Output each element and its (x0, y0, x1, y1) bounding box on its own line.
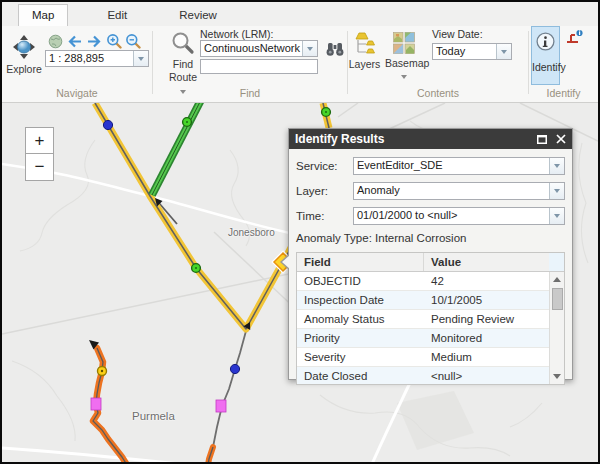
explore-icon (9, 50, 39, 62)
scrollbar-thumb[interactable] (552, 288, 563, 310)
panel-header[interactable]: Identify Results (289, 129, 572, 149)
group-navigate: Explore (2, 26, 152, 102)
place-label-jonesboro: Jonesboro (228, 227, 275, 238)
table-row[interactable]: Date Closed<null> (297, 367, 549, 384)
map-zoom-out-button[interactable]: − (25, 154, 54, 181)
maximize-icon[interactable] (537, 135, 547, 144)
find-route-magnifier-icon (171, 45, 195, 57)
layer-combobox[interactable]: Anomaly (353, 182, 565, 200)
scale-dropdown-button[interactable] (133, 51, 148, 66)
identify-route-location-icon[interactable] (565, 29, 584, 50)
table-row[interactable]: Inspection Date10/1/2005 (297, 291, 549, 310)
map-zoom-control: + − (25, 127, 54, 181)
table-scrollbar[interactable] (549, 272, 564, 384)
chevron-down-icon (554, 214, 560, 218)
layer-dropdown-button[interactable] (549, 183, 564, 199)
column-header-value[interactable]: Value (424, 253, 549, 271)
tab-review[interactable]: Review (166, 5, 230, 26)
pink-square-marker (91, 398, 101, 410)
view-date-dropdown-button[interactable] (496, 44, 511, 59)
identify-attributes-table: Field Value OBJECTID42 Inspection Date10… (296, 252, 565, 385)
blue-point-marker (103, 120, 112, 129)
basemap-button[interactable]: Basemap (385, 32, 423, 82)
group-find: Find Route Network (LRM): ContinuousNetw… (153, 26, 347, 102)
identify-info-icon (535, 42, 556, 54)
binoculars-icon[interactable] (325, 41, 345, 61)
network-lrm-label: Network (LRM): (200, 28, 274, 40)
table-row[interactable]: Anomaly StatusPending Review (297, 310, 549, 329)
table-row[interactable]: OBJECTID42 (297, 272, 549, 291)
column-header-field[interactable]: Field (297, 253, 424, 271)
place-label-purmela: Purmela (132, 410, 175, 422)
chevron-down-icon (554, 164, 560, 168)
route-search-field[interactable] (200, 59, 318, 74)
anomaly-type-line: Anomaly Type: Internal Corrosion (296, 232, 565, 244)
basemap-icon (393, 44, 415, 56)
view-date-combobox[interactable]: Today (432, 43, 512, 60)
ribbon-tabbar: Map Edit Review (2, 2, 598, 26)
tab-edit[interactable]: Edit (94, 5, 140, 26)
scale-combobox[interactable]: 1 : 288,895 (45, 50, 149, 67)
group-contents: Layers Basemap (348, 26, 528, 102)
identify-button[interactable]: Identify (531, 26, 560, 85)
time-combobox[interactable]: 01/01/2000 to <null> (353, 207, 565, 225)
ribbon: Explore (2, 26, 598, 103)
layer-label: Layer: (296, 185, 353, 197)
table-header: Field Value (297, 253, 564, 272)
scroll-up-icon[interactable] (553, 277, 561, 282)
table-row[interactable]: SeverityMedium (297, 348, 549, 367)
layers-button[interactable]: Layers (348, 32, 381, 70)
network-dropdown-button[interactable] (302, 41, 317, 56)
map-view[interactable]: + − Jonesboro Purmela Identify Results S… (2, 103, 598, 462)
chevron-down-icon (138, 57, 144, 61)
time-label: Time: (296, 210, 353, 222)
blue-point-marker (230, 364, 239, 373)
service-dropdown-button[interactable] (549, 158, 564, 174)
panel-title: Identify Results (295, 132, 528, 146)
app-window: Map Edit Review Explore (0, 0, 600, 464)
service-combobox[interactable]: EventEditor_SDE (353, 157, 565, 175)
layers-icon (352, 45, 377, 57)
group-identify: Identify Identify (529, 26, 598, 102)
scroll-down-icon[interactable] (553, 374, 561, 379)
chevron-down-icon (307, 47, 313, 51)
close-icon[interactable] (556, 134, 566, 144)
network-combobox[interactable]: ContinuousNetwork (200, 40, 318, 57)
view-date-label: View Date: (432, 28, 483, 40)
chevron-down-icon (501, 50, 507, 54)
map-zoom-in-button[interactable]: + (25, 127, 54, 154)
dropdown-caret-icon (401, 75, 407, 79)
explore-button[interactable]: Explore (4, 34, 44, 75)
tab-map[interactable]: Map (18, 4, 68, 26)
identify-results-panel: Identify Results Service: EventEditor_SD… (288, 128, 573, 380)
time-dropdown-button[interactable] (549, 208, 564, 224)
pink-square-marker (216, 400, 226, 412)
chevron-down-icon (554, 189, 560, 193)
table-row[interactable]: PriorityMonitored (297, 329, 549, 348)
service-label: Service: (296, 160, 353, 172)
